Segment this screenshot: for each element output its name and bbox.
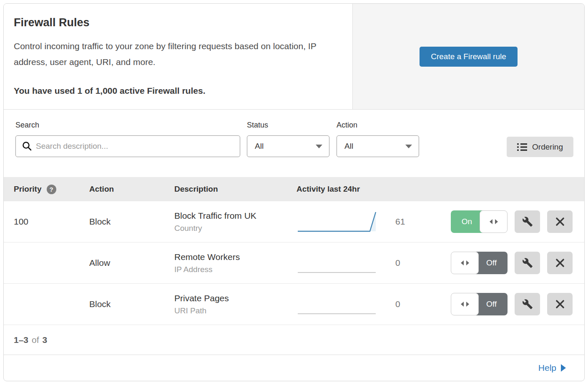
priority-help-icon[interactable]: ?: [47, 185, 56, 194]
usage-note: You have used 1 of 1,000 active Firewall…: [14, 86, 336, 96]
rule-match-type: Country: [174, 224, 297, 233]
close-icon: [555, 258, 565, 268]
activity-sparkline: [297, 292, 382, 317]
rule-description: Private Pages: [174, 293, 297, 303]
status-label: Status: [247, 121, 329, 130]
header-action-panel: Create a Firewall rule: [353, 4, 584, 109]
rule-priority: 100: [14, 217, 28, 227]
column-activity: Activity last 24hr: [297, 185, 360, 194]
activity-count: 0: [395, 299, 400, 309]
action-select[interactable]: All: [337, 135, 419, 157]
chevron-down-icon: [316, 145, 322, 148]
filter-bar: Search Status All Action All: [4, 110, 584, 177]
toggle-state-label: Off: [475, 252, 508, 274]
rule-match-type: IP Address: [174, 265, 297, 274]
search-input[interactable]: [15, 135, 240, 157]
toggle-state-label: Off: [475, 293, 508, 315]
activity-sparkline: [297, 250, 382, 275]
ordering-button[interactable]: Ordering: [507, 137, 573, 157]
drag-arrows-icon: [460, 301, 470, 307]
edit-rule-button[interactable]: [515, 210, 540, 233]
help-link-label: Help: [538, 363, 556, 373]
table-row: Block Private Pages URI Path 0 Off: [4, 284, 584, 325]
search-icon: [22, 141, 32, 152]
action-label: Action: [337, 121, 419, 130]
rule-description: Block Traffic from UK: [174, 211, 297, 221]
rule-action: Allow: [89, 258, 110, 268]
search-group: Search: [15, 121, 240, 157]
edit-rule-button[interactable]: [515, 252, 540, 274]
activity-sparkline: [297, 209, 382, 234]
table-header-row: Priority ? Action Description Activity l…: [4, 177, 584, 201]
header-section: Firewall Rules Control incoming traffic …: [4, 4, 584, 110]
pagination-of: of: [32, 335, 39, 345]
page-title: Firewall Rules: [14, 16, 336, 29]
chevron-down-icon: [405, 145, 412, 148]
rule-description: Remote Workers: [174, 252, 297, 262]
column-description: Description: [174, 185, 218, 193]
action-filter-group: Action All: [337, 121, 419, 157]
wrench-icon: [522, 216, 533, 227]
arrow-right-icon: [561, 364, 566, 372]
create-firewall-rule-button[interactable]: Create a Firewall rule: [420, 47, 518, 67]
wrench-icon: [522, 258, 533, 268]
firewall-rules-panel: Firewall Rules Control incoming traffic …: [3, 3, 585, 381]
rule-enable-toggle[interactable]: On: [451, 210, 508, 233]
table-row: Allow Remote Workers IP Address 0 Off: [4, 242, 584, 284]
header-intro: Firewall Rules Control incoming traffic …: [4, 4, 353, 109]
toggle-knob: [451, 293, 479, 315]
rule-match-type: URI Path: [174, 306, 297, 315]
toggle-knob: [451, 252, 479, 274]
pagination: 1–3 of 3: [4, 325, 584, 355]
wrench-icon: [522, 299, 533, 310]
pagination-total: 3: [43, 335, 48, 345]
help-row: Help: [4, 355, 584, 381]
rule-enable-toggle[interactable]: Off: [451, 252, 508, 274]
toggle-knob: [480, 210, 508, 233]
rule-action: Block: [89, 299, 111, 309]
page-description: Control incoming traffic to your zone by…: [14, 38, 335, 70]
close-icon: [555, 300, 565, 309]
list-icon: [517, 143, 527, 151]
rule-enable-toggle[interactable]: Off: [451, 293, 508, 315]
pagination-range: 1–3: [14, 335, 28, 345]
activity-count: 0: [395, 258, 400, 268]
activity-count: 61: [395, 217, 405, 227]
drag-arrows-icon: [489, 219, 499, 225]
delete-rule-button[interactable]: [547, 252, 573, 274]
close-icon: [555, 217, 565, 226]
status-select[interactable]: All: [247, 135, 329, 157]
ordering-button-label: Ordering: [532, 142, 563, 152]
help-link[interactable]: Help: [538, 363, 566, 373]
search-label: Search: [15, 121, 240, 130]
column-action: Action: [89, 185, 114, 193]
status-filter-group: Status All: [247, 121, 329, 157]
rule-action: Block: [89, 217, 111, 226]
status-selected-value: All: [255, 142, 264, 151]
column-priority: Priority: [14, 185, 42, 194]
delete-rule-button[interactable]: [547, 293, 573, 315]
table-row: 100 Block Block Traffic from UK Country …: [4, 201, 584, 242]
delete-rule-button[interactable]: [547, 210, 573, 233]
action-selected-value: All: [344, 142, 353, 151]
toggle-state-label: On: [451, 210, 483, 233]
drag-arrows-icon: [460, 260, 470, 266]
edit-rule-button[interactable]: [515, 293, 540, 315]
